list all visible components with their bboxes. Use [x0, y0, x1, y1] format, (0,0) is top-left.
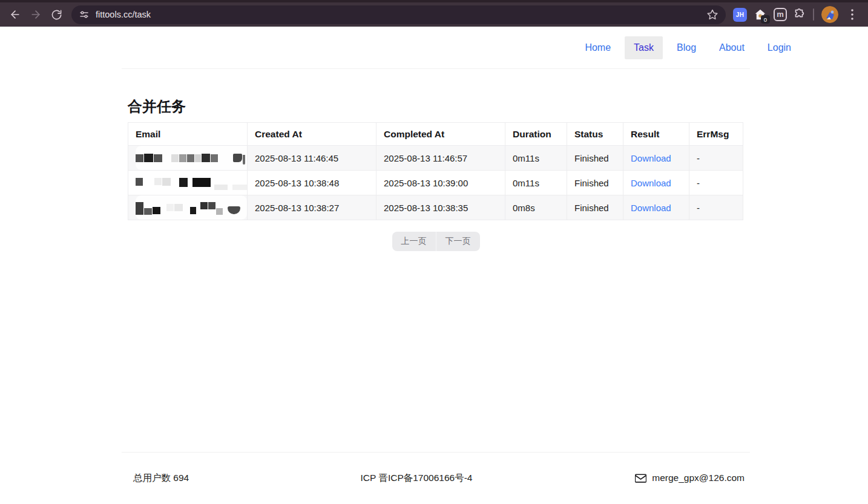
extension-m-icon[interactable]: m	[774, 8, 787, 21]
status-cell: Finished	[567, 195, 623, 220]
tasks-table: EmailCreated AtCompleted AtDurationStatu…	[128, 122, 743, 220]
redacted-email	[136, 146, 248, 170]
extension-home-icon[interactable]: 0	[752, 7, 768, 22]
back-arrow-icon	[9, 8, 21, 21]
col-header-email: Email	[128, 123, 248, 146]
forward-arrow-icon	[30, 8, 42, 21]
reload-icon	[51, 9, 62, 21]
table-row: 2025-08-13 10:38:272025-08-13 10:38:350m…	[128, 195, 743, 220]
nav-item-blog[interactable]: Blog	[668, 36, 705, 59]
completed-at-cell: 2025-08-13 11:46:57	[376, 146, 505, 171]
icp-text: ICP 晋ICP备17006166号-4	[361, 472, 473, 485]
created-at-cell: 2025-08-13 10:38:27	[248, 195, 376, 220]
prev-page-button[interactable]: 上一页	[392, 232, 436, 251]
forward-button[interactable]	[25, 4, 46, 25]
extensions-puzzle-icon[interactable]	[792, 8, 806, 21]
contact-email: merge_gpx@126.com	[635, 473, 745, 483]
errmsg-cell: -	[689, 171, 743, 195]
profile-avatar[interactable]	[821, 6, 838, 23]
status-cell: Finished	[567, 146, 623, 171]
extension-m-label: m	[777, 10, 784, 18]
email-icon	[635, 474, 646, 483]
extension-badge: 0	[761, 15, 770, 24]
completed-at-cell: 2025-08-13 10:38:35	[376, 195, 505, 220]
status-cell: Finished	[567, 171, 623, 195]
nav-divider	[122, 68, 750, 69]
download-link[interactable]: Download	[631, 178, 671, 188]
completed-at-cell: 2025-08-13 10:39:00	[376, 171, 505, 195]
col-header-duration: Duration	[505, 123, 567, 146]
errmsg-cell: -	[689, 195, 743, 220]
download-link[interactable]: Download	[631, 203, 671, 213]
url-text[interactable]: fittools.cc/task	[96, 10, 706, 19]
browser-toolbar: fittools.cc/task JH 0 m	[0, 0, 868, 27]
site-info-icon[interactable]	[79, 9, 90, 20]
duration-cell: 0m11s	[505, 146, 567, 171]
pagination: 上一页 下一页	[392, 232, 480, 251]
nav-item-about[interactable]: About	[710, 36, 754, 59]
duration-cell: 0m11s	[505, 171, 567, 195]
col-header-completed-at: Completed At	[376, 123, 505, 146]
extension-jh-label: JH	[736, 11, 744, 18]
col-header-created-at: Created At	[248, 123, 376, 146]
bookmark-star-icon[interactable]	[706, 8, 718, 21]
errmsg-cell: -	[689, 146, 743, 171]
col-header-status: Status	[567, 123, 623, 146]
redacted-email	[136, 195, 247, 220]
extensions-area: JH 0 m	[733, 4, 863, 25]
reload-button[interactable]	[46, 4, 67, 25]
col-header-errmsg: ErrMsg	[689, 123, 743, 146]
toolbar-separator	[813, 8, 814, 21]
duration-cell: 0m8s	[505, 195, 567, 220]
download-link[interactable]: Download	[631, 153, 671, 163]
nav-item-home[interactable]: Home	[576, 36, 620, 59]
browser-menu-button[interactable]	[844, 4, 861, 25]
redacted-email	[136, 171, 248, 195]
contact-email-text: merge_gpx@126.com	[652, 473, 745, 483]
col-header-result: Result	[623, 123, 689, 146]
table-row: 2025-08-13 10:38:482025-08-13 10:39:000m…	[128, 171, 743, 195]
extension-jh-icon[interactable]: JH	[733, 8, 747, 22]
total-users-text: 总用户数 694	[133, 472, 189, 485]
url-bar[interactable]: fittools.cc/task	[71, 5, 726, 24]
nav-item-login[interactable]: Login	[758, 36, 800, 59]
page-title: 合并任务	[128, 97, 750, 116]
table-row: 2025-08-13 11:46:452025-08-13 11:46:570m…	[128, 146, 743, 171]
site-nav: HomeTaskBlogAboutLogin	[0, 27, 868, 68]
main-content: 合并任务 EmailCreated AtCompleted AtDuration…	[122, 97, 750, 251]
back-button[interactable]	[5, 4, 25, 25]
created-at-cell: 2025-08-13 10:38:48	[248, 171, 376, 195]
footer: 总用户数 694 ICP 晋ICP备17006166号-4 merge_gpx@…	[122, 453, 750, 503]
next-page-button[interactable]: 下一页	[436, 232, 480, 251]
kebab-menu-icon	[851, 9, 853, 20]
created-at-cell: 2025-08-13 11:46:45	[248, 146, 376, 171]
avatar-image	[821, 6, 838, 23]
nav-item-task[interactable]: Task	[625, 36, 663, 59]
